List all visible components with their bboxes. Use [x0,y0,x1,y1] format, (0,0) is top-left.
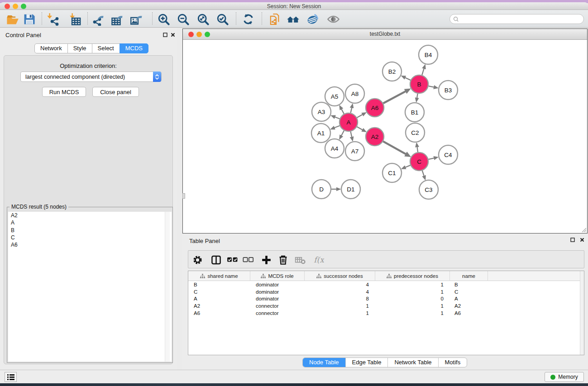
graph-node-A4[interactable]: A4 [325,139,344,158]
table-row[interactable]: Adominator80A [188,295,584,303]
column-header-name[interactable]: name [450,271,488,281]
mcds-result-list[interactable]: A2ABCA6 [8,212,172,362]
table-row[interactable]: A6connector11A6 [188,310,584,317]
select-all-icon[interactable] [226,253,239,266]
search-box[interactable] [449,14,584,24]
refresh-icon[interactable] [241,12,255,26]
import-table-icon[interactable] [68,12,83,26]
graph-edge-A-A7[interactable] [351,132,352,137]
tab-node-table[interactable]: Node Table [303,358,346,367]
export-table-icon[interactable] [110,12,124,26]
table-close-icon[interactable] [579,237,585,243]
graph-node-C3[interactable]: C3 [419,180,438,199]
graph-edge-A-A2[interactable] [357,127,363,130]
graph-node-A3[interactable]: A3 [312,102,331,121]
run-mcds-button[interactable]: Run MCDS [42,87,86,97]
graph-edge-C-C1[interactable] [406,165,411,167]
table-row[interactable]: A2connector11A2 [188,303,584,310]
close-panel-button[interactable]: Close panel [92,87,139,97]
gestalt-icon[interactable] [305,12,320,26]
graph-edge-A-A3[interactable] [335,117,340,119]
add-icon[interactable] [260,253,272,266]
graph-node-D1[interactable]: D1 [341,180,360,199]
tab-select[interactable]: Select [92,43,120,53]
graph-node-C2[interactable]: C2 [406,123,425,142]
graph-edge-B-B1[interactable] [417,94,418,98]
zoom-out-icon[interactable] [176,12,190,26]
graph-node-A1[interactable]: A1 [311,124,330,143]
graph-edge-A-A4[interactable] [341,131,344,136]
open-folder-icon[interactable] [5,12,19,26]
graph-edge-C-C4[interactable] [428,158,434,159]
graph-node-D[interactable]: D [312,180,331,199]
graph-edge-A-A6[interactable] [357,114,363,118]
settings-icon[interactable] [191,253,204,266]
tab-motifs[interactable]: Motifs [439,358,467,367]
graph-node-B1[interactable]: B1 [405,103,424,122]
column-header-mcds-role[interactable]: MCDS role [250,271,305,281]
column-header-successor-nodes[interactable]: successor nodes [305,271,375,281]
mcds-result-item[interactable]: A2 [8,212,172,219]
graph-node-C4[interactable]: C4 [439,145,458,164]
graph-edge-A-A8[interactable] [351,108,352,113]
network-canvas[interactable]: B4 B2 B B3 A8 A5 A6 A3 B1 A A1 C2 A2 [183,40,587,233]
eye-icon[interactable] [326,12,340,26]
graph-edge-B-B2[interactable] [405,78,411,81]
tab-style[interactable]: Style [67,43,92,53]
export-network-icon[interactable] [91,12,105,26]
memory-button[interactable]: Memory [545,372,584,382]
graph-edge-B-B4[interactable] [422,69,424,75]
zoom-selected-icon[interactable] [215,12,229,26]
graph-edge-A2-C[interactable] [383,141,406,154]
table-scrollbar[interactable] [580,271,584,355]
mcds-result-item[interactable]: A [8,219,172,226]
graph-edge-A-A1[interactable] [335,126,340,128]
graph-node-A[interactable]: A [339,113,358,131]
ndex-home-icon[interactable] [286,12,300,26]
table-row[interactable]: Cdominator41C [188,289,584,296]
tab-network[interactable]: Network [34,43,68,53]
search-input[interactable] [461,15,583,23]
graph-edge-C-C2[interactable] [417,147,418,152]
save-icon[interactable] [22,12,36,26]
graph-node-B4[interactable]: B4 [419,45,438,64]
graph-node-C1[interactable]: C1 [382,163,402,182]
graph-node-A2[interactable]: A2 [366,128,384,146]
result-scrollbar[interactable] [165,212,170,362]
graph-edge-A-A5[interactable] [341,109,344,114]
table-row[interactable]: Bdominator41B [188,281,584,289]
delete-table-icon[interactable] [294,253,306,266]
export-image-icon[interactable] [129,12,144,26]
tab-edge-table[interactable]: Edge Table [346,358,388,367]
graph-node-B2[interactable]: B2 [382,62,402,81]
mcds-result-item[interactable]: C [8,234,172,241]
task-history-button[interactable] [5,372,17,382]
graph-node-B[interactable]: B [410,75,428,93]
splitter-grip[interactable] [182,193,185,199]
delete-icon[interactable] [277,253,289,266]
mcds-result-item[interactable]: A6 [8,241,172,248]
graph-node-B3[interactable]: B3 [439,81,458,100]
graph-node-A8[interactable]: A8 [345,84,364,103]
zoom-in-icon[interactable] [156,12,171,26]
cyndex-open-icon[interactable] [268,12,282,26]
zoom-fit-icon[interactable] [196,12,210,26]
table-float-icon[interactable] [569,237,576,243]
graph-node-A7[interactable]: A7 [345,142,364,161]
graph-node-C[interactable]: C [410,152,428,171]
graph-edge-B-B3[interactable] [429,86,434,87]
column-header-predecessor-nodes[interactable]: predecessor nodes [375,271,450,281]
tab-network-table[interactable]: Network Table [388,358,438,367]
graph-node-A5[interactable]: A5 [325,87,344,106]
criterion-dropdown[interactable]: largest connected component (directed) [20,71,162,82]
resize-grip-icon[interactable] [581,227,587,233]
close-panel-icon[interactable] [170,32,176,38]
graph-node-A6[interactable]: A6 [366,99,384,117]
mcds-result-item[interactable]: B [8,227,172,234]
column-header-shared-name[interactable]: shared name [188,271,250,281]
graph-edge-C-C3[interactable] [422,171,424,176]
function-icon[interactable]: f(x) [312,253,325,266]
tab-mcds[interactable]: MCDS [120,43,148,53]
import-network-icon[interactable] [46,12,60,26]
graph-edge-A6-B[interactable] [383,91,406,103]
